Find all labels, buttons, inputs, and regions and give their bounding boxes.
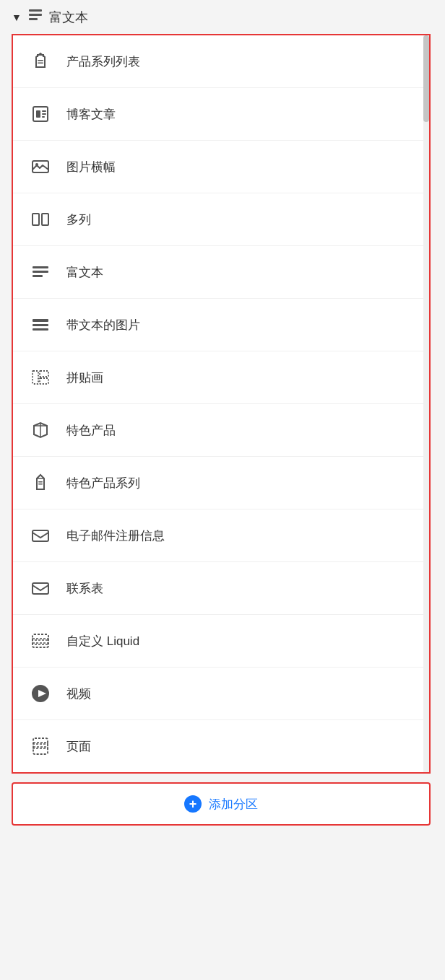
product-list-icon [27,48,53,74]
svg-rect-25 [33,530,48,541]
list-item-label-page: 页面 [66,738,91,755]
list-item-featured-product[interactable]: 特色产品 [13,404,423,457]
svg-rect-29 [33,643,48,644]
footer-container: + 添加分区 [12,782,431,826]
svg-rect-21 [40,371,48,377]
list-item-collage[interactable]: 拼贴画 [13,351,423,404]
svg-rect-8 [42,113,46,115]
section-list-container: 产品系列列表 博客文章 图片横幅 多列 富文本 带文本的图片 拼贴画 [12,34,431,774]
svg-rect-12 [33,214,39,225]
list-item-label-video: 视频 [66,686,91,702]
svg-rect-17 [33,319,48,322]
video-icon [27,681,53,706]
svg-rect-18 [33,324,48,326]
plus-circle-icon: + [184,795,202,813]
svg-rect-6 [36,110,40,118]
collage-icon [27,364,53,390]
list-item-custom-liquid[interactable]: 自定义 Liquid [13,615,423,668]
list-item-label-rich-text: 富文本 [66,264,103,281]
list-item-multi-column[interactable]: 多列 [13,193,423,246]
list-item-label-featured-product: 特色产品 [66,422,116,439]
list-item-label-image-with-text: 带文本的图片 [66,317,140,333]
list-item-image-banner[interactable]: 图片横幅 [13,141,423,193]
multi-column-icon [27,206,53,232]
list-item-page[interactable]: 页面 [13,720,423,772]
svg-rect-3 [38,60,43,61]
image-banner-icon [27,154,53,180]
svg-rect-22 [40,378,48,384]
scrollbar-thumb[interactable] [423,35,429,122]
list-item-blog-post[interactable]: 博客文章 [13,88,423,141]
list-item-product-list[interactable]: 产品系列列表 [13,35,423,88]
svg-rect-4 [38,63,43,64]
svg-rect-19 [33,328,48,331]
svg-rect-24 [38,484,43,485]
rich-text-header-icon [27,7,43,27]
list-item-label-featured-collection: 特色产品系列 [66,475,140,491]
chevron-icon[interactable]: ▼ [12,12,22,23]
list-item-label-blog-post: 博客文章 [66,106,116,123]
list-item-featured-collection[interactable]: 特色产品系列 [13,457,423,509]
list-item-label-contact-form: 联系表 [66,580,103,597]
list-item-contact-form[interactable]: 联系表 [13,562,423,615]
svg-rect-20 [33,371,38,384]
page-icon [27,733,53,759]
list-item-label-collage: 拼贴画 [66,369,103,386]
svg-rect-14 [33,266,48,268]
list-item-video[interactable]: 视频 [13,668,423,720]
svg-rect-2 [29,18,38,20]
svg-rect-0 [29,9,42,12]
rich-text-icon [27,259,53,285]
scrollbar-track[interactable] [423,35,429,772]
section-list: 产品系列列表 博客文章 图片横幅 多列 富文本 带文本的图片 拼贴画 [13,35,423,772]
svg-rect-13 [42,214,48,225]
list-item-label-image-banner: 图片横幅 [66,159,116,175]
list-item-label-email-signup: 电子邮件注册信息 [66,528,165,544]
svg-rect-9 [42,116,45,118]
list-item-image-with-text[interactable]: 带文本的图片 [13,299,423,351]
list-item-label-multi-column: 多列 [66,211,91,228]
svg-rect-23 [38,481,43,483]
svg-rect-26 [33,583,48,594]
featured-collection-icon [27,470,53,496]
list-item-email-signup[interactable]: 电子邮件注册信息 [13,509,423,562]
svg-rect-28 [33,639,48,640]
svg-rect-27 [33,634,48,647]
svg-rect-34 [33,747,48,748]
svg-rect-15 [33,271,48,273]
page-title: 富文本 [49,9,88,26]
email-signup-icon [27,522,53,548]
blog-post-icon [27,101,53,127]
custom-liquid-icon [27,628,53,654]
add-section-label: 添加分区 [209,796,258,813]
svg-rect-7 [42,110,46,112]
add-section-button[interactable]: + 添加分区 [12,782,431,826]
svg-point-11 [35,163,38,166]
contact-form-icon [27,575,53,601]
list-item-label-custom-liquid: 自定义 Liquid [66,633,139,649]
list-item-label-product-list: 产品系列列表 [66,53,140,70]
svg-rect-33 [33,743,48,744]
featured-product-icon [27,417,53,443]
svg-rect-16 [33,275,43,277]
svg-rect-32 [33,738,48,754]
image-with-text-icon [27,312,53,338]
list-item-rich-text[interactable]: 富文本 [13,246,423,299]
header-row: ▼ 富文本 [0,0,445,34]
svg-rect-1 [29,14,42,16]
